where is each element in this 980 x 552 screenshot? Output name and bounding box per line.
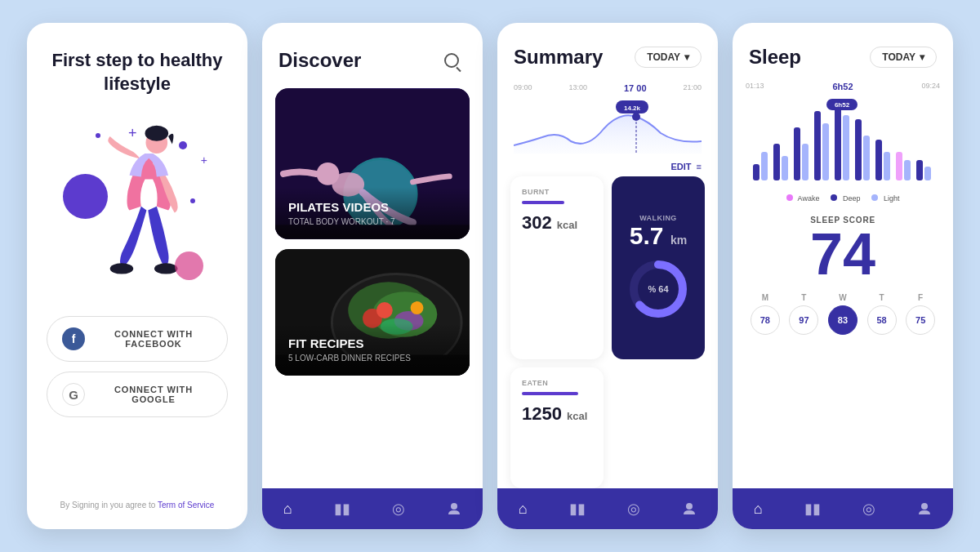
summary-nav-stats[interactable]: ▮▮ — [569, 500, 586, 518]
sleep-title: Sleep — [749, 46, 801, 69]
svg-rect-30 — [761, 152, 768, 180]
svg-point-17 — [411, 301, 424, 314]
sleep-nav-stats[interactable]: ▮▮ — [804, 500, 821, 518]
walking-value: 5.7 km — [630, 222, 687, 250]
day-item-W: W 83 — [828, 293, 858, 335]
summary-nav: ⌂ ▮▮ ◎ — [497, 488, 718, 529]
discover-header: Discover — [262, 23, 483, 88]
edit-bar[interactable]: EDIT ≡ — [497, 157, 718, 176]
day-F-circle[interactable]: 75 — [906, 305, 935, 335]
svg-rect-45 — [916, 160, 923, 180]
summary-nav-compass[interactable]: ◎ — [627, 500, 640, 518]
dropdown-arrow: ▾ — [684, 51, 689, 63]
svg-rect-46 — [924, 167, 931, 180]
day-M-circle[interactable]: 78 — [751, 305, 780, 335]
screens-container: First step to healthy lifestyle + + — [0, 0, 980, 552]
eaten-label: EATEN — [522, 379, 592, 387]
recipes-card-title: FIT RECIPES — [288, 336, 457, 351]
edit-label: EDIT — [671, 162, 692, 171]
discover-title: Discover — [278, 49, 361, 72]
discover-screen: Discover — [262, 23, 483, 529]
recipes-card[interactable]: FIT RECIPES 5 LOW-CARB DINNER RECIPES — [275, 249, 470, 376]
time-label-3: 17 00 — [624, 83, 647, 93]
search-button[interactable] — [437, 46, 466, 75]
pilates-card-overlay: PILATES VIDEOS TOTAL BODY WORKOUT · 7 — [275, 187, 470, 239]
svg-rect-31 — [773, 144, 780, 180]
sleep-bars-area: 6h52 — [746, 95, 940, 188]
svg-rect-33 — [794, 127, 800, 180]
day-W-label: W — [839, 293, 846, 302]
walking-donut: % 64 — [626, 256, 691, 322]
day-T2-label: T — [880, 293, 884, 302]
stats-grid: BURNT 302 kcal WALKING 5.7 km — [497, 176, 718, 488]
google-icon: G — [62, 383, 85, 406]
svg-rect-37 — [835, 107, 841, 180]
svg-point-49 — [921, 503, 928, 510]
day-W-circle[interactable]: 83 — [828, 305, 858, 335]
pilates-card-title: PILATES VIDEOS — [288, 200, 457, 215]
sleep-today-button[interactable]: TODAY ▾ — [870, 47, 937, 68]
eaten-value: 1250 kcal — [522, 403, 592, 425]
google-connect-button[interactable]: G CONNECT WITH GOOGLE — [47, 372, 228, 417]
svg-rect-35 — [814, 111, 821, 180]
activity-chart: 09:00 13:00 17 00 21:00 1 — [497, 75, 718, 157]
sleep-time-start: 01:13 — [746, 82, 764, 91]
time-label-1: 09:00 — [514, 83, 532, 93]
svg-rect-32 — [782, 156, 788, 180]
svg-point-8 — [317, 162, 340, 185]
summary-screen: Summary TODAY ▾ 09:00 13:00 17 00 21:00 — [497, 23, 718, 529]
burnt-bar — [522, 201, 564, 204]
sleep-today-label: TODAY — [882, 51, 915, 63]
sleep-nav-compass[interactable]: ◎ — [862, 500, 875, 518]
nav-stats[interactable]: ▮▮ — [334, 500, 350, 518]
today-button[interactable]: TODAY ▾ — [635, 47, 702, 68]
sleep-nav-profile[interactable] — [917, 501, 932, 516]
recipes-card-overlay: FIT RECIPES 5 LOW-CARB DINNER RECIPES — [275, 323, 470, 376]
terms-link[interactable]: Term of Service — [158, 501, 214, 510]
day-T1-circle[interactable]: 97 — [789, 305, 818, 335]
svg-text:14.2k: 14.2k — [624, 105, 641, 112]
walking-label: WALKING — [639, 214, 677, 222]
sleep-nav: ⌂ ▮▮ ◎ — [733, 488, 953, 529]
onboarding-title: First step to healthy lifestyle — [47, 49, 228, 96]
walking-card: WALKING 5.7 km % 64 — [612, 176, 705, 359]
donut-percent-label: % 64 — [648, 284, 668, 294]
facebook-connect-button[interactable]: f CONNECT WITH FACEBOOK — [47, 316, 228, 362]
sleep-nav-home[interactable]: ⌂ — [754, 501, 763, 518]
nav-home[interactable]: ⌂ — [283, 501, 292, 518]
burnt-card: BURNT 302 kcal — [510, 176, 604, 359]
nav-profile[interactable] — [447, 501, 461, 516]
summary-nav-profile[interactable] — [682, 501, 697, 516]
illustration-area: + + — [47, 109, 228, 296]
eaten-bar — [522, 392, 578, 395]
sleep-dropdown-arrow: ▾ — [920, 51, 924, 63]
svg-point-2 — [110, 263, 134, 274]
wave-chart-svg: 14.2k — [514, 96, 702, 154]
svg-rect-44 — [904, 160, 911, 180]
search-icon — [444, 53, 459, 68]
summary-nav-home[interactable]: ⌂ — [519, 501, 528, 518]
svg-rect-36 — [822, 123, 829, 180]
edit-icon: ≡ — [697, 162, 702, 171]
day-item-M: M 78 — [751, 293, 780, 335]
day-T2-circle[interactable]: 58 — [867, 305, 897, 335]
discover-nav: ⌂ ▮▮ ◎ — [262, 488, 483, 529]
svg-rect-42 — [884, 152, 890, 180]
day-item-F: F 75 — [906, 293, 935, 335]
burnt-label: BURNT — [522, 188, 592, 196]
onboarding-screen: First step to healthy lifestyle + + — [27, 23, 247, 529]
pilates-card[interactable]: PILATES VIDEOS TOTAL BODY WORKOUT · 7 — [275, 88, 470, 239]
plus-1: + — [128, 125, 137, 142]
recipes-card-subtitle: 5 LOW-CARB DINNER RECIPES — [288, 354, 457, 363]
svg-rect-43 — [896, 152, 902, 180]
time-label-2: 13:00 — [568, 83, 587, 93]
plus-2: + — [201, 154, 207, 167]
sleep-screen: Sleep TODAY ▾ 01:13 6h52 09:24 — [733, 23, 953, 529]
nav-compass[interactable]: ◎ — [392, 500, 405, 518]
sleep-header: Sleep TODAY ▾ — [733, 23, 953, 75]
legend-light: Light — [871, 194, 899, 203]
chart-labels: 09:00 13:00 17 00 21:00 — [514, 83, 702, 93]
day-M-label: M — [762, 293, 768, 302]
svg-rect-41 — [875, 140, 882, 180]
summary-title: Summary — [514, 46, 603, 69]
